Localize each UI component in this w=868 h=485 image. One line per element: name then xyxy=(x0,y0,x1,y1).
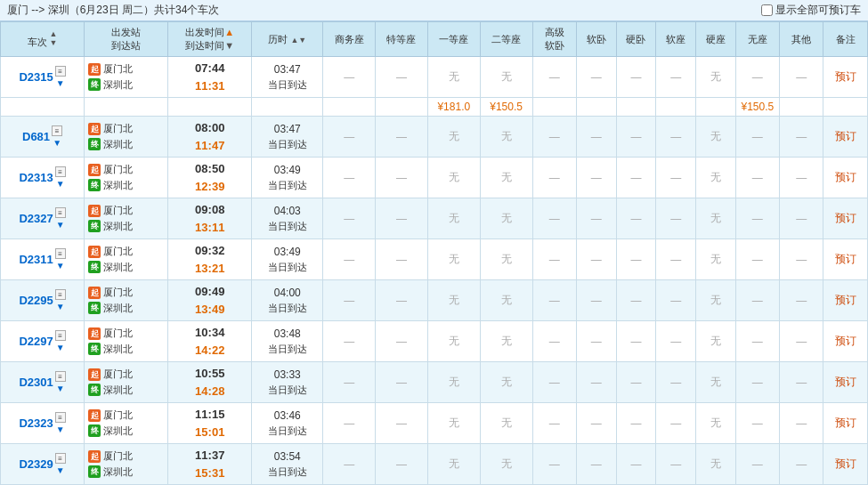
train-expand-icon[interactable]: ▼ xyxy=(55,424,66,434)
train-id-cell: D2323 ≡ ▼ xyxy=(1,403,85,444)
duration-note: 当日到达 xyxy=(256,465,319,480)
hard-sleep-cell: — xyxy=(616,198,656,239)
train-expand-icon[interactable]: ▼ xyxy=(52,137,62,148)
train-id-link[interactable]: D2329 xyxy=(19,457,53,471)
book-cell[interactable]: 预订 xyxy=(823,321,868,362)
soft-sleep-cell: — xyxy=(576,158,616,198)
duration-time: 03:54 xyxy=(256,449,319,465)
train-id-link[interactable]: D2327 xyxy=(19,212,53,225)
train-expand-icon[interactable]: ▼ xyxy=(55,383,66,393)
book-cell[interactable]: 预订 xyxy=(823,117,868,158)
book-cell[interactable]: 预订 xyxy=(823,57,868,98)
train-detail-icon[interactable]: ≡ xyxy=(55,66,66,77)
train-detail-icon[interactable]: ≡ xyxy=(55,330,66,341)
train-id-cell: D2301 ≡ ▼ xyxy=(1,362,85,403)
book-cell[interactable]: 预订 xyxy=(823,158,868,198)
train-id-cell: D2329 ≡ ▼ xyxy=(1,444,85,485)
show-all-checkbox[interactable] xyxy=(761,4,773,16)
col-header-hard-seat: 硬座 xyxy=(695,22,735,57)
business-cell: — xyxy=(323,158,376,198)
business-cell: — xyxy=(323,198,376,239)
time-cell: 11:15 15:01 xyxy=(168,403,252,444)
to-station-icon: 终 xyxy=(88,424,101,437)
soft-sleep-cell: — xyxy=(576,444,616,485)
col-header-duration[interactable]: 历时 ▲▼ xyxy=(252,22,323,57)
train-id-link[interactable]: D2311 xyxy=(19,253,53,266)
train-detail-icon[interactable]: ≡ xyxy=(55,453,66,464)
price-row: ¥181.0 ¥150.5 ¥150.5 xyxy=(1,98,868,117)
first-price[interactable]: ¥181.0 xyxy=(427,98,480,117)
train-sort-icon[interactable]: ▲▼ xyxy=(50,29,58,47)
book-button[interactable]: 预订 xyxy=(835,70,856,83)
to-station: 深圳北 xyxy=(103,260,133,276)
book-button[interactable]: 预订 xyxy=(835,335,856,347)
duration-cell: 03:54 当日到达 xyxy=(252,444,323,485)
station-cell: 起 厦门北 终 深圳北 xyxy=(85,57,168,98)
train-id-link[interactable]: D2295 xyxy=(19,294,53,307)
train-id-link[interactable]: D2313 xyxy=(19,171,53,184)
train-detail-icon[interactable]: ≡ xyxy=(55,207,66,218)
station-cell: 起 厦门北 终 深圳北 xyxy=(85,321,168,362)
book-button[interactable]: 预订 xyxy=(835,376,856,388)
second-cell: 无 xyxy=(480,321,532,362)
col-header-times[interactable]: 出发时间▲到达时间▼ xyxy=(168,22,252,57)
book-button[interactable]: 预订 xyxy=(835,294,856,306)
adv-soft-cell: — xyxy=(532,280,576,321)
book-cell[interactable]: 预订 xyxy=(823,198,868,239)
soft-sleep-cell: — xyxy=(576,239,616,280)
other-cell: — xyxy=(780,117,823,158)
second-cell: 无 xyxy=(480,57,532,98)
book-cell[interactable]: 预订 xyxy=(823,403,868,444)
train-expand-icon[interactable]: ▼ xyxy=(55,465,66,475)
train-detail-icon[interactable]: ≡ xyxy=(55,412,66,423)
arrive-time: 11:31 xyxy=(172,77,247,95)
duration-note: 当日到达 xyxy=(256,342,319,357)
book-cell[interactable]: 预订 xyxy=(823,362,868,403)
train-detail-icon[interactable]: ≡ xyxy=(55,289,66,300)
soft-seat-cell: — xyxy=(656,239,696,280)
other-cell: — xyxy=(780,444,823,485)
col-header-stations: 出发站到达站 xyxy=(85,22,168,57)
book-button[interactable]: 预订 xyxy=(835,457,856,470)
book-button[interactable]: 预订 xyxy=(835,212,856,224)
show-all-label[interactable]: 显示全部可预订车 xyxy=(761,3,861,18)
book-button[interactable]: 预订 xyxy=(835,416,856,429)
book-cell[interactable]: 预订 xyxy=(823,444,868,485)
business-cell: — xyxy=(323,57,376,98)
train-expand-icon[interactable]: ▼ xyxy=(55,77,66,88)
to-station-icon: 终 xyxy=(88,179,101,191)
train-expand-icon[interactable]: ▼ xyxy=(55,178,66,189)
to-station-icon: 终 xyxy=(88,261,101,273)
book-button[interactable]: 预订 xyxy=(835,171,856,183)
no-seat-price[interactable]: ¥150.5 xyxy=(735,98,779,117)
depart-time: 08:50 xyxy=(172,160,247,178)
train-id-link[interactable]: D2301 xyxy=(19,376,53,389)
train-expand-icon[interactable]: ▼ xyxy=(55,301,66,311)
book-cell[interactable]: 预订 xyxy=(823,280,868,321)
book-button[interactable]: 预订 xyxy=(835,253,856,265)
from-station-icon: 起 xyxy=(88,123,101,135)
train-expand-icon[interactable]: ▼ xyxy=(55,260,66,271)
other-cell: — xyxy=(780,362,823,403)
train-id-link[interactable]: D2315 xyxy=(19,70,53,84)
book-cell[interactable]: 预订 xyxy=(823,239,868,280)
train-id-link[interactable]: D2297 xyxy=(19,335,53,348)
to-station: 深圳北 xyxy=(103,424,133,440)
train-detail-icon[interactable]: ≡ xyxy=(55,371,66,382)
train-expand-icon[interactable]: ▼ xyxy=(55,342,66,352)
train-detail-icon[interactable]: ≡ xyxy=(55,166,66,177)
business-cell: — xyxy=(323,444,376,485)
arrive-time: 13:11 xyxy=(172,219,247,237)
train-detail-icon[interactable]: ≡ xyxy=(55,248,66,259)
book-button[interactable]: 预订 xyxy=(835,130,856,142)
train-id-link[interactable]: D681 xyxy=(22,130,50,143)
col-header-no-seat: 无座 xyxy=(735,22,779,57)
train-detail-icon[interactable]: ≡ xyxy=(52,125,62,136)
hard-sleep-cell: — xyxy=(616,117,656,158)
second-price[interactable]: ¥150.5 xyxy=(480,98,532,117)
to-station: 深圳北 xyxy=(103,137,133,153)
train-expand-icon[interactable]: ▼ xyxy=(55,219,66,230)
train-id-link[interactable]: D2323 xyxy=(19,416,53,430)
table-row: D2297 ≡ ▼ 起 厦门北 终 深圳北 10:34 14:22 03:48 … xyxy=(1,321,868,362)
time-cell: 08:00 11:47 xyxy=(168,117,252,158)
